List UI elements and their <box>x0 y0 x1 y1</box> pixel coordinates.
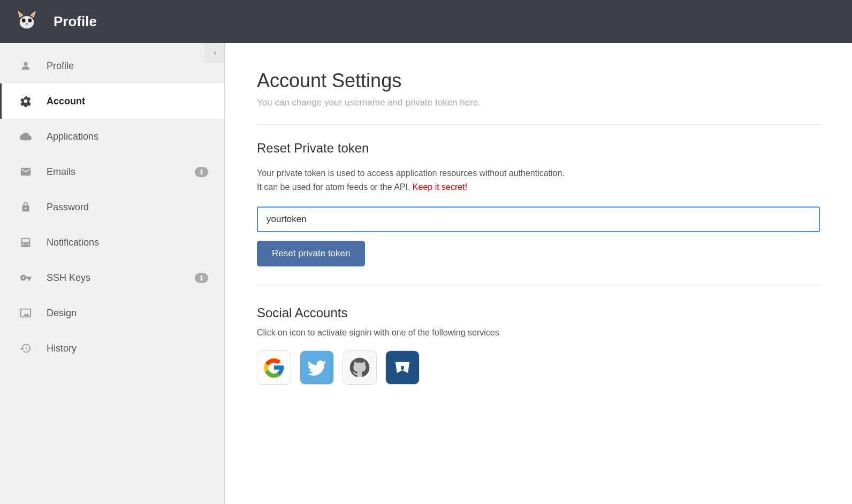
sidebar-nav: Profile Account Applications <box>0 43 224 366</box>
google-signin-button[interactable] <box>257 350 291 385</box>
social-icons-container <box>257 350 820 385</box>
private-token-description: Your private token is used to access app… <box>257 166 820 194</box>
sidebar-item-account[interactable]: Account <box>0 83 224 119</box>
sidebar-item-label: Notifications <box>47 237 208 248</box>
lock-icon <box>18 199 34 215</box>
sidebar-item-design[interactable]: Design <box>0 295 224 331</box>
main-layout: ‹ Profile Account <box>0 43 852 504</box>
sidebar-item-history[interactable]: History <box>0 331 224 366</box>
sidebar: ‹ Profile Account <box>0 43 225 504</box>
keep-secret-text: Keep it secret! <box>413 182 467 192</box>
github-signin-button[interactable] <box>343 350 377 385</box>
sidebar-item-label: Design <box>47 308 208 319</box>
page-title: Account Settings <box>257 70 820 92</box>
sidebar-item-applications[interactable]: Applications <box>0 119 224 154</box>
sidebar-item-notifications[interactable]: Notifications <box>0 225 224 260</box>
sidebar-item-label: Applications <box>47 131 208 142</box>
cloud-icon <box>18 128 34 144</box>
sidebar-item-ssh-keys[interactable]: SSH Keys 1 <box>0 260 224 295</box>
sidebar-item-label: Profile <box>47 60 208 72</box>
sidebar-item-password[interactable]: Password <box>0 189 224 225</box>
emails-badge: 1 <box>195 167 208 177</box>
twitter-signin-button[interactable] <box>300 350 334 385</box>
sidebar-item-label: Emails <box>47 166 195 178</box>
inbox-icon <box>18 234 34 250</box>
page-subtitle: You can change your username and private… <box>257 97 820 108</box>
bitbucket-signin-button[interactable] <box>385 350 420 385</box>
svg-point-6 <box>22 19 26 23</box>
private-token-input[interactable] <box>257 207 820 232</box>
image-icon <box>18 305 34 321</box>
svg-point-1 <box>20 16 34 28</box>
gear-icon <box>18 93 34 109</box>
svg-point-7 <box>28 19 32 23</box>
svg-point-9 <box>24 62 27 66</box>
app-header: Profile <box>0 0 852 43</box>
svg-point-8 <box>26 23 28 25</box>
key-icon <box>18 270 34 286</box>
person-icon <box>18 58 34 74</box>
sidebar-item-label: SSH Keys <box>47 272 195 284</box>
header-title: Profile <box>54 13 97 30</box>
app-logo <box>11 5 43 37</box>
ssh-badge: 1 <box>195 273 208 283</box>
social-accounts-title: Social Accounts <box>257 306 820 320</box>
social-accounts-description: Click on icon to activate signin with on… <box>257 328 820 338</box>
sidebar-item-label: History <box>47 343 208 354</box>
sidebar-item-label: Password <box>47 202 208 213</box>
sidebar-item-label: Account <box>47 96 208 107</box>
social-section-divider <box>257 286 820 286</box>
envelope-icon <box>18 164 34 180</box>
section-divider <box>257 124 820 125</box>
svg-point-11 <box>392 357 413 378</box>
history-icon <box>18 340 34 356</box>
reset-private-token-button[interactable]: Reset private token <box>257 241 365 266</box>
main-content: Account Settings You can change your use… <box>225 43 852 504</box>
private-token-section-title: Reset Private token <box>257 141 820 156</box>
sidebar-item-emails[interactable]: Emails 1 <box>0 154 224 189</box>
sidebar-item-profile[interactable]: Profile <box>0 48 224 83</box>
